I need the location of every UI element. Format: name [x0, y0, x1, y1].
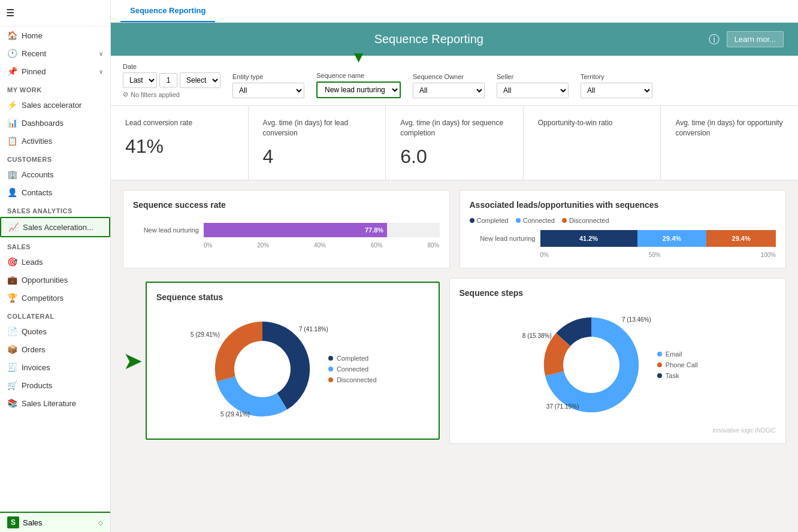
- sidebar: ☰ 🏠 Home 🕐 Recent ∨ 📌 Pinned ∨ My Work ⚡…: [0, 0, 111, 532]
- segment-connected: 29.4%: [637, 230, 707, 247]
- competitors-icon: 🏆: [7, 293, 17, 303]
- phone-dot: [657, 362, 662, 367]
- disconnected-dot: [328, 377, 333, 382]
- legend-label: Completed: [337, 355, 368, 362]
- svg-point-7: [563, 337, 619, 393]
- accounts-icon: 🏢: [7, 170, 17, 179]
- learn-more-button[interactable]: Learn mor...: [727, 31, 784, 47]
- legend: Completed Connected Disconnected: [470, 217, 776, 224]
- sidebar-item-sales-accelerator[interactable]: ⚡ Sales accelerator: [0, 96, 110, 114]
- legend-item-task: Task: [657, 372, 698, 379]
- bar-axis: 0% 20% 40% 60% 80%: [133, 242, 440, 249]
- chevron-down-icon: ∨: [99, 68, 103, 75]
- date-filter-label: Date: [123, 63, 220, 70]
- opportunities-icon: 💼: [7, 275, 17, 285]
- donut-container: 7 (41.18%) 5 (29.41%) 5 (29.41%) Complet…: [156, 309, 429, 429]
- sidebar-item-leads[interactable]: 🎯 Leads: [0, 253, 110, 271]
- date-range-select[interactable]: Last: [123, 72, 157, 88]
- sidebar-item-invoices[interactable]: 🧾 Invoices: [0, 358, 110, 376]
- sidebar-item-pinned[interactable]: 📌 Pinned ∨: [0, 62, 110, 80]
- date-number-input[interactable]: [159, 73, 177, 87]
- sales-acceleration-icon: 📈: [8, 222, 18, 232]
- kpi-title: Avg. time (in days) for opportunity conv…: [675, 118, 784, 138]
- sidebar-item-activities[interactable]: 📋 Activities: [0, 132, 110, 150]
- activities-icon: 📋: [7, 136, 17, 146]
- sequence-name-arrow-icon: ▼: [351, 49, 367, 65]
- kpi-avg-sequence-completion: Avg. time (in days) for sequence complet…: [386, 106, 524, 180]
- home-icon: 🏠: [7, 31, 17, 40]
- invoices-icon: 🧾: [7, 362, 17, 372]
- sidebar-item[interactable]: 🏠 Home: [0, 26, 110, 44]
- segment-completed: 41.2%: [540, 230, 637, 247]
- axis-label: 60%: [371, 242, 383, 249]
- main-content: Sequence Reporting Sequence Reporting ⓘ …: [111, 0, 798, 532]
- info-icon[interactable]: ⓘ: [709, 32, 720, 47]
- completed-dot: [328, 356, 333, 361]
- recent-icon: 🕐: [7, 49, 17, 58]
- legend-label: Disconnected: [569, 217, 609, 224]
- date-period-select[interactable]: Select: [180, 72, 220, 88]
- seller-filter: Seller All: [497, 73, 569, 98]
- sidebar-item-accounts[interactable]: 🏢 Accounts: [0, 165, 110, 183]
- orders-icon: 📦: [7, 344, 17, 354]
- donut-label-connected: 5 (29.41%): [191, 331, 220, 338]
- sequence-owner-label: Sequence Owner: [413, 73, 485, 80]
- sequence-name-filter: Sequence name ▼ New lead nurturing: [316, 72, 401, 98]
- sidebar-item-competitors[interactable]: 🏆 Competitors: [0, 289, 110, 307]
- sidebar-item-quotes[interactable]: 📄 Quotes: [0, 322, 110, 340]
- tab-sequence-reporting[interactable]: Sequence Reporting: [120, 0, 215, 22]
- my-work-section: My Work: [0, 80, 110, 96]
- sidebar-item-contacts[interactable]: 👤 Contacts: [0, 183, 110, 201]
- chevron-down-icon: ∨: [99, 50, 103, 57]
- collateral-section: Collateral: [0, 307, 110, 322]
- charts-row-2: ➤ Sequence status: [123, 278, 786, 444]
- watermark: innovative logic iNOGiC: [460, 427, 776, 434]
- legend-item-completed: Completed: [328, 355, 377, 362]
- disconnected-dot: [562, 218, 567, 223]
- steps-donut-legend: Email Phone Call Task: [657, 350, 698, 379]
- sidebar-item-sales-literature[interactable]: 📚 Sales Literature: [0, 394, 110, 412]
- stacked-bar: 41.2% 29.4% 29.4%: [540, 230, 776, 247]
- axis-label: 50%: [649, 252, 661, 258]
- sidebar-item-dashboards[interactable]: 📊 Dashboards: [0, 114, 110, 132]
- donut-label-phone: 8 (15.38%): [522, 332, 552, 339]
- territory-select[interactable]: All: [581, 83, 652, 98]
- entity-type-filter: Entity type All: [232, 73, 304, 98]
- steps-donut-chart: 37 (71.15%) 8 (15.38%) 7 (13.46%): [537, 311, 645, 419]
- seller-select[interactable]: All: [497, 83, 569, 98]
- connected-dot: [328, 367, 333, 371]
- donut-label-completed: 7 (41.18%): [299, 326, 328, 332]
- charts-row-1: Sequence success rate New lead nurturing…: [123, 190, 786, 268]
- sidebar-item-sales-bottom[interactable]: S Sales ◇: [0, 512, 110, 532]
- sales-literature-icon: 📚: [7, 398, 17, 408]
- axis-label: 0%: [540, 252, 549, 258]
- sidebar-item-opportunities[interactable]: 💼 Opportunities: [0, 271, 110, 289]
- sidebar-item-sales-acceleration[interactable]: 📈 Sales Acceleration...: [0, 217, 110, 237]
- sequence-owner-select[interactable]: All: [413, 83, 485, 98]
- bar-chart: New lead nurturing 77.8% 0% 20% 40% 60% …: [133, 217, 440, 255]
- pin-icon: 📌: [7, 66, 17, 76]
- sidebar-item-recent[interactable]: 🕐 Recent ∨: [0, 44, 110, 62]
- donut-label-disconnected: 5 (29.41%): [220, 411, 250, 418]
- sequence-steps-card: Sequence steps 37 (71.15%): [449, 278, 787, 444]
- kpi-lead-conversion-rate: Lead conversion rate 41%: [111, 106, 249, 180]
- no-filters-label: ⊘ No filters applied: [123, 90, 220, 98]
- legend-item-email: Email: [657, 350, 698, 358]
- entity-type-select[interactable]: All: [232, 83, 304, 98]
- sidebar-item-products[interactable]: 🛒 Products: [0, 376, 110, 394]
- legend-label: Disconnected: [337, 376, 377, 383]
- chevron-right-icon: ◇: [98, 519, 103, 526]
- kpi-value: 4: [263, 146, 371, 168]
- bar-row: New lead nurturing 77.8%: [133, 223, 440, 237]
- sequence-status-card: Sequence status: [146, 282, 440, 440]
- quotes-icon: 📄: [7, 327, 17, 336]
- connected-dot: [516, 218, 521, 223]
- sidebar-item-orders[interactable]: 📦 Orders: [0, 340, 110, 358]
- sales-bottom-icon: S: [7, 516, 19, 528]
- sequence-name-select[interactable]: New lead nurturing: [316, 81, 401, 98]
- donut-label-task: 7 (13.46%): [622, 316, 651, 323]
- bar-fill: 77.8%: [204, 223, 387, 237]
- stacked-axis: 0% 50% 100%: [470, 252, 776, 258]
- kpi-row: Lead conversion rate 41% Avg. time (in d…: [111, 106, 798, 180]
- hamburger-icon[interactable]: ☰: [6, 7, 14, 19]
